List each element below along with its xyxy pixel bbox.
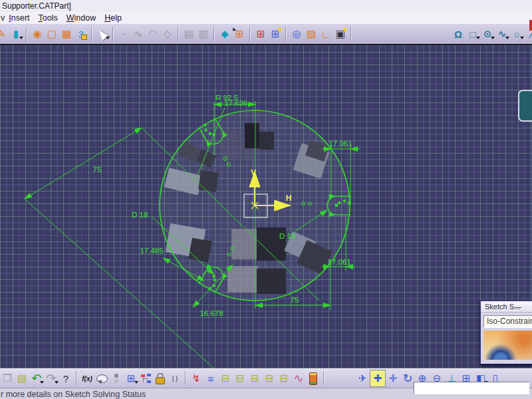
sketch-drawing: R 92.5 17.636 75 D 18 17.485 16.678 75 1… xyxy=(0,45,532,368)
profile-analysis-icon[interactable]: ∟ xyxy=(319,26,333,42)
spray-icon[interactable]: ▨ xyxy=(304,26,319,42)
workbench-icon[interactable]: ◆ xyxy=(217,26,232,42)
pattern-icon[interactable]: ▦ xyxy=(59,26,74,42)
design-table-icon[interactable]: ⊞ xyxy=(124,370,138,386)
list-icon[interactable]: ≡ xyxy=(203,370,218,386)
separator xyxy=(350,27,352,41)
dim-left-diameter[interactable]: D 18 xyxy=(132,211,148,219)
solving-status-value: Iso-Constrained xyxy=(483,315,532,328)
traffic-light-icon[interactable] xyxy=(306,370,321,386)
clipped-toolbar-icon xyxy=(529,20,532,31)
tree-shape xyxy=(140,373,152,384)
rectangle-tool-icon[interactable]: □ xyxy=(466,26,480,42)
dim-bottom-distance[interactable]: 75 xyxy=(291,296,299,304)
menu-insert[interactable]: Insert xyxy=(9,13,29,23)
rotate-icon[interactable]: ↻ xyxy=(400,370,415,386)
separator xyxy=(285,27,287,41)
sketch-canvas[interactable]: R 92.5 17.636 75 D 18 17.485 16.678 75 1… xyxy=(0,45,532,368)
ellipse-tool-icon[interactable]: ○ xyxy=(509,26,524,42)
separator xyxy=(178,27,179,41)
top-toolbar: ✎ ▮ ◉ ▢ ▦ 3 ▪ ∿ ◠ ◇ ▤ ▥ ◆ ⊞ ⊞ ⊞ ◎ ▨ ∟ ▣ … xyxy=(0,24,532,45)
dim-left-distance[interactable]: 75 xyxy=(93,166,102,174)
axis-v-label: V xyxy=(251,168,256,178)
spline-icon[interactable]: ∿ xyxy=(131,26,146,42)
sketch-analysis-icon[interactable]: ◎ xyxy=(289,26,304,42)
fly-mode-icon[interactable]: ✈ xyxy=(355,370,370,386)
clipped-side-panel xyxy=(518,90,532,122)
separator xyxy=(213,27,215,41)
axis-h-label: H xyxy=(286,194,292,203)
dim-lower-left-width[interactable]: 17.485 xyxy=(140,247,163,255)
separator xyxy=(91,27,92,41)
undo-icon[interactable]: ↶ xyxy=(29,370,44,386)
select-arrow-icon[interactable] xyxy=(95,26,110,42)
menu-help[interactable]: Help xyxy=(104,13,122,23)
dim-right-diameter[interactable]: D 18 xyxy=(279,232,295,240)
dim-bottom-right-width[interactable]: 17.061 xyxy=(327,258,350,266)
arc-icon[interactable]: ◠ xyxy=(146,26,160,42)
knowledge-tag-4-icon[interactable]: ⊟ xyxy=(262,370,277,386)
snap-to-grid-icon[interactable]: ⊞ xyxy=(268,26,283,42)
view-mode-2-icon[interactable]: ▥ xyxy=(196,26,211,42)
whats-this-icon[interactable]: ? xyxy=(59,370,73,386)
structure-tree-icon[interactable] xyxy=(138,370,153,386)
profile-feature-icon[interactable]: ▢ xyxy=(45,26,59,42)
check-analysis-icon[interactable]: ↯ xyxy=(189,370,203,386)
fit-all-in-icon[interactable]: ✚ xyxy=(370,370,386,387)
separator xyxy=(249,27,251,41)
status-message: r more details on Sketch Solving Status xyxy=(1,390,146,399)
lock-icon[interactable] xyxy=(153,370,168,386)
knowledge-tag-2-icon[interactable]: ⊟ xyxy=(233,370,247,386)
separator xyxy=(26,27,27,41)
balloon-shape xyxy=(96,374,108,383)
pencil-icon[interactable]: ✎ xyxy=(0,26,9,42)
menu-view-partial[interactable]: v xyxy=(1,13,5,23)
pan-icon[interactable]: ✛ xyxy=(386,370,400,386)
spline-tool-icon[interactable]: ∿ xyxy=(495,26,509,42)
panel-minimize-button[interactable]: — xyxy=(514,301,522,312)
view-mode-1-icon[interactable]: ▤ xyxy=(182,26,196,42)
traffic-shape xyxy=(309,372,317,385)
paste-icon[interactable]: ▤ xyxy=(15,370,29,386)
fix-together-icon[interactable]: 3 xyxy=(74,26,88,42)
relations-icon[interactable]: { } xyxy=(168,370,182,386)
separator xyxy=(76,371,77,386)
output-feature-icon[interactable]: ▣ xyxy=(333,26,348,42)
panel-graphic xyxy=(483,331,532,360)
sketch-tools-icon[interactable]: ⊞ xyxy=(232,26,247,42)
window-title: Supporter.CATPart] xyxy=(2,1,71,11)
comment-icon[interactable] xyxy=(94,370,109,386)
circle-tool-icon[interactable]: ⊙ xyxy=(480,26,495,42)
separator xyxy=(323,371,325,386)
lock-shape xyxy=(156,377,165,384)
knowledge-tag-5-icon[interactable]: ⊟ xyxy=(277,370,291,386)
application-window: Supporter.CATPart] v Insert Tools Window… xyxy=(0,0,532,399)
menu-window[interactable]: Window xyxy=(66,13,96,23)
dim-bottom-left-width[interactable]: 16.678 xyxy=(200,309,223,317)
copy-icon[interactable]: ❐ xyxy=(0,370,15,386)
hole-icon[interactable]: ◉ xyxy=(30,26,45,42)
pad-icon[interactable]: ▮ xyxy=(9,26,23,42)
panel-title-bar: Sketch S... — xyxy=(481,301,532,313)
profile-tool-icon[interactable]: Ω xyxy=(451,26,466,42)
menu-bar: v Insert Tools Window Help xyxy=(0,12,532,24)
3d-grid-icon[interactable]: ⊞ xyxy=(253,26,268,42)
dim-top-right-width[interactable]: 17.061 xyxy=(329,140,352,148)
dim-top-width[interactable]: 17.636 xyxy=(224,99,247,107)
curve-analysis-icon[interactable]: ∿ xyxy=(291,370,306,386)
toggle-icon[interactable] xyxy=(109,370,124,386)
point-icon[interactable]: ▪ xyxy=(116,26,131,42)
sketch-solving-status-panel: Sketch S... — Iso-Constrained xyxy=(480,301,532,366)
separator xyxy=(112,27,114,41)
redo-icon[interactable]: ↷ xyxy=(44,370,59,386)
surface-icon[interactable]: ◇ xyxy=(160,26,175,42)
knowledge-tag-3-icon[interactable]: ⊟ xyxy=(247,370,262,386)
menu-tools[interactable]: Tools xyxy=(39,13,58,23)
knowledge-tag-1-icon[interactable]: ⊟ xyxy=(218,370,233,386)
formula-icon[interactable]: f(x) xyxy=(80,370,94,386)
command-input[interactable] xyxy=(414,382,529,394)
dots-shape xyxy=(114,373,119,384)
title-bar: Supporter.CATPart] xyxy=(0,0,532,12)
pointer-shape xyxy=(96,27,109,40)
separator xyxy=(185,371,186,386)
